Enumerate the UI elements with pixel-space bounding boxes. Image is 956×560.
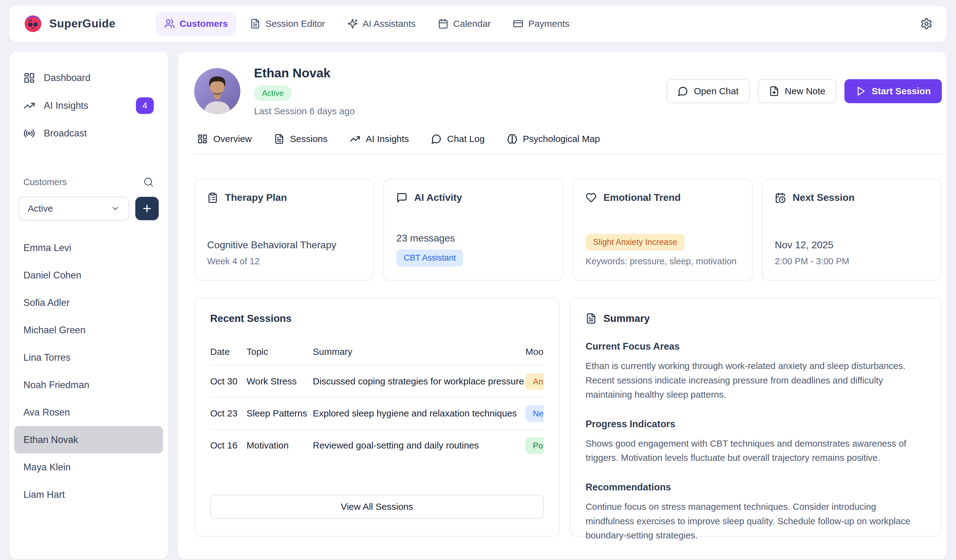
view-all-sessions-button[interactable]: View All Sessions — [210, 495, 544, 519]
emotional-trend-card: Emotional Trend Slight Anxiety Increase … — [572, 179, 753, 281]
top-navbar: SuperGuide Customers Session Editor AI A… — [9, 6, 947, 42]
sidebar-item-ai-insights[interactable]: AI Insights 4 — [14, 92, 163, 119]
clipboard-icon — [207, 192, 218, 203]
nav-label: Calendar — [453, 19, 491, 29]
recent-sessions-title: Recent Sessions — [210, 313, 544, 324]
section-body: Ethan is currently working through work-… — [586, 359, 926, 402]
nav-item-customers[interactable]: Customers — [156, 12, 237, 36]
customer-list-item-selected[interactable]: Ethan Novak — [14, 426, 163, 453]
recent-sessions-panel: Recent Sessions Date Topic Summary Mood … — [194, 298, 560, 536]
last-session-text: Last Session 6 days ago — [254, 106, 355, 116]
sidebar: Dashboard AI Insights 4 Broadcast Custom… — [9, 52, 168, 559]
therapy-plan-name: Cognitive Behavioral Therapy — [207, 239, 336, 251]
message-circle-icon — [431, 134, 442, 144]
table-row[interactable]: Oct 16 Motivation Reviewed goal-setting … — [210, 430, 544, 461]
session-topic: Work Stress — [247, 376, 313, 387]
sidebar-item-label: Broadcast — [44, 128, 87, 139]
sidebar-item-label: Dashboard — [44, 72, 91, 83]
customer-filter-row: Active — [19, 196, 159, 221]
section-heading: Progress Indicators — [586, 419, 926, 430]
customer-list-item[interactable]: Michael Green — [14, 316, 163, 344]
nav-label: AI Assistants — [363, 19, 416, 29]
bottom-row: Recent Sessions Date Topic Summary Mood … — [194, 298, 942, 536]
brain-icon — [507, 134, 517, 144]
anxiety-trend-badge: Slight Anxiety Increase — [586, 234, 684, 251]
customer-list-item[interactable]: Daniel Cohen — [14, 262, 163, 289]
tab-psychological-map[interactable]: Psychological Map — [507, 134, 600, 144]
tab-label: Chat Log — [447, 134, 485, 144]
ai-activity-messages: 23 messages — [396, 232, 455, 244]
status-filter-select[interactable]: Active — [19, 196, 129, 221]
add-customer-button[interactable] — [135, 197, 159, 220]
tab-chat-log[interactable]: Chat Log — [431, 134, 485, 144]
tab-ai-insights[interactable]: AI Insights — [350, 134, 409, 144]
nav-item-ai-assistants[interactable]: AI Assistants — [339, 12, 425, 36]
col-date: Date — [210, 347, 247, 357]
table-row[interactable]: Oct 30 Work Stress Discussed coping stra… — [210, 365, 544, 398]
nav-item-payments[interactable]: Payments — [504, 12, 578, 36]
mood-badge-neutral: Neutral — [525, 405, 544, 422]
therapy-plan-week: Week 4 of 12 — [207, 256, 259, 267]
trend-keywords: Keywords: pressure, sleep, motivation — [586, 256, 737, 267]
start-session-button[interactable]: Start Session — [844, 79, 942, 103]
layout-grid-icon — [24, 72, 35, 84]
file-text-icon — [250, 19, 260, 29]
customer-list-item[interactable]: Ava Rosen — [14, 398, 163, 426]
session-summary: Explored sleep hygiene and relaxation te… — [313, 408, 525, 419]
trending-up-icon — [350, 134, 360, 144]
sessions-table-header: Date Topic Summary Mood — [210, 347, 544, 365]
customer-list-item[interactable]: Noah Friedman — [14, 371, 163, 398]
message-square-icon — [396, 192, 407, 203]
session-topic: Motivation — [247, 440, 313, 451]
section-body: Shows good engagement with CBT technique… — [586, 436, 926, 465]
customer-list-item[interactable]: Liam Hart — [14, 481, 163, 508]
tab-label: AI Insights — [366, 134, 409, 144]
sidebar-item-broadcast[interactable]: Broadcast — [14, 119, 163, 147]
customer-list-item[interactable]: Lina Torres — [14, 344, 163, 371]
heart-icon — [586, 192, 597, 203]
tab-overview[interactable]: Overview — [197, 134, 252, 144]
customer-list-item[interactable]: Emma Levi — [14, 234, 163, 262]
nav-item-calendar[interactable]: Calendar — [429, 12, 500, 36]
brand: SuperGuide — [24, 14, 116, 33]
customer-list-item[interactable]: Maya Klein — [14, 453, 163, 481]
summary-section-recommendations: Recommendations Continue focus on stress… — [586, 482, 926, 543]
tab-sessions[interactable]: Sessions — [274, 134, 328, 144]
settings-button[interactable] — [920, 17, 932, 30]
credit-card-icon — [513, 19, 523, 29]
profile-info: Ethan Novak Active Last Session 6 days a… — [254, 66, 355, 116]
search-icon[interactable] — [143, 177, 154, 187]
customers-section-title: Customers — [24, 177, 66, 187]
tab-label: Overview — [213, 134, 252, 144]
customer-list: Emma Levi Daniel Cohen Sofia Adler Micha… — [14, 234, 163, 508]
layout-grid-icon — [197, 134, 208, 144]
session-topic: Sleep Patterns — [247, 408, 313, 419]
users-icon — [164, 19, 175, 29]
session-date: Oct 16 — [210, 440, 247, 451]
stat-cards-row: Therapy Plan Cognitive Behavioral Therap… — [194, 179, 942, 281]
session-summary: Discussed coping strategies for workplac… — [313, 376, 525, 387]
face-logo-icon — [24, 14, 42, 33]
cbt-assistant-badge: CBT Assistant — [396, 249, 463, 267]
section-heading: Recommendations — [586, 482, 926, 493]
sidebar-item-label: AI Insights — [44, 100, 88, 111]
customer-list-item[interactable]: Sofia Adler — [14, 289, 163, 316]
nav-item-session-editor[interactable]: Session Editor — [241, 12, 333, 36]
nav-label: Customers — [180, 19, 228, 29]
sidebar-item-dashboard[interactable]: Dashboard — [14, 64, 163, 92]
profile-actions: Open Chat New Note Start Session — [667, 79, 942, 103]
new-note-button[interactable]: New Note — [758, 79, 837, 103]
next-session-date: Nov 12, 2025 — [775, 239, 833, 251]
therapy-plan-card: Therapy Plan Cognitive Behavioral Therap… — [194, 179, 374, 281]
table-row[interactable]: Oct 23 Sleep Patterns Explored sleep hyg… — [210, 398, 544, 430]
col-summary: Summary — [313, 347, 525, 357]
summary-panel: Summary Current Focus Areas Ethan is cur… — [569, 298, 942, 536]
file-text-icon — [586, 313, 597, 324]
calendar-clock-icon — [775, 192, 786, 203]
card-title: Therapy Plan — [225, 192, 287, 203]
open-chat-button[interactable]: Open Chat — [667, 79, 750, 103]
next-session-card: Next Session Nov 12, 2025 2:00 PM - 3:00… — [762, 179, 942, 281]
summary-section-focus: Current Focus Areas Ethan is currently w… — [586, 341, 926, 402]
status-badge: Active — [254, 85, 292, 101]
next-session-time: 2:00 PM - 3:00 PM — [775, 256, 849, 267]
